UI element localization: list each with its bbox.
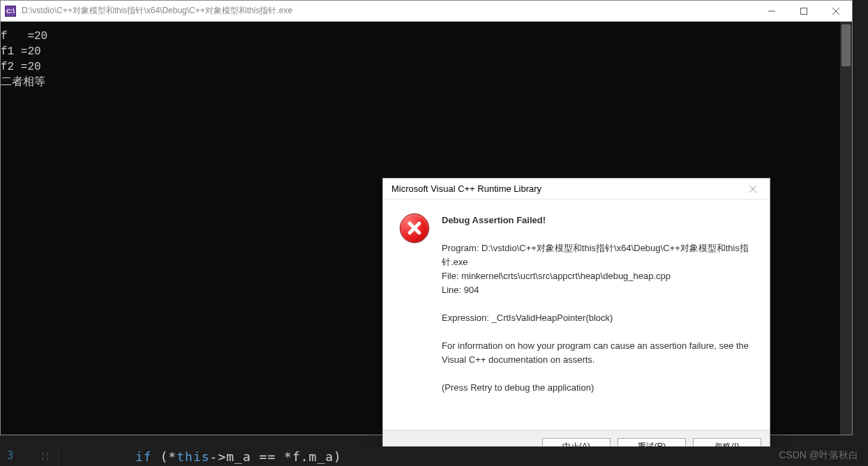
window-controls: [756, 1, 852, 21]
code-text: (*: [160, 449, 177, 464]
watermark-text: CSDN @叶落秋白: [779, 449, 858, 462]
line-number-line: Line: 904: [442, 285, 479, 295]
console-line: 二者相等: [1, 75, 852, 90]
window-title: D:\vstdio\C++对象模型和this指针\x64\Debug\C++对象…: [22, 5, 756, 17]
dialog-titlebar[interactable]: Microsoft Visual C++ Runtime Library: [383, 179, 770, 200]
scrollbar-thumb[interactable]: [841, 24, 851, 66]
info-text: For information on how your program can …: [442, 339, 753, 367]
dialog-title-text: Microsoft Visual C++ Runtime Library: [391, 183, 739, 194]
error-dialog: Microsoft Visual C++ Runtime Library Deb…: [382, 178, 770, 464]
gutter-mark-icon: ¦ ¦: [42, 451, 49, 460]
retry-hint: (Press Retry to debug the application): [442, 381, 753, 395]
console-line: f =20: [1, 29, 852, 44]
dialog-body: Debug Assertion Failed! Program: D:\vstd…: [383, 200, 770, 430]
expression-line: Expression: _CrtIsValidHeapPointer(block…: [442, 311, 753, 325]
dialog-heading: Debug Assertion Failed!: [442, 213, 753, 227]
console-line: f1 =20: [1, 44, 852, 59]
line-number: 3: [7, 449, 13, 462]
window-titlebar[interactable]: C:\ D:\vstdio\C++对象模型和this指针\x64\Debug\C…: [1, 1, 852, 22]
console-line: f2 =20: [1, 59, 852, 75]
code-text: ->m_a == *f.m_a): [210, 449, 342, 464]
svg-rect-1: [801, 8, 807, 14]
keyword-this: this: [177, 449, 209, 464]
program-line: Program: D:\vstdio\C++对象模型和this指针\x64\De…: [442, 243, 749, 267]
error-icon: [400, 213, 429, 243]
code-line: if (*this->m_a == *f.m_a): [59, 449, 342, 464]
dialog-close-button[interactable]: [739, 179, 767, 199]
maximize-button[interactable]: [788, 1, 820, 21]
dialog-text: Debug Assertion Failed! Program: D:\vstd…: [442, 213, 753, 419]
editor-gutter: 3 ¦ ¦: [0, 446, 59, 466]
file-line: File: minkernel\crts\ucrt\src\appcrt\hea…: [442, 271, 671, 281]
app-icon: C:\: [5, 6, 16, 17]
keyword-if: if: [135, 449, 160, 464]
close-button[interactable]: [820, 1, 852, 21]
scrollbar-track[interactable]: [840, 22, 852, 435]
editor-code-strip[interactable]: 3 ¦ ¦ if (*this->m_a == *f.m_a): [0, 446, 868, 466]
minimize-button[interactable]: [756, 1, 788, 21]
